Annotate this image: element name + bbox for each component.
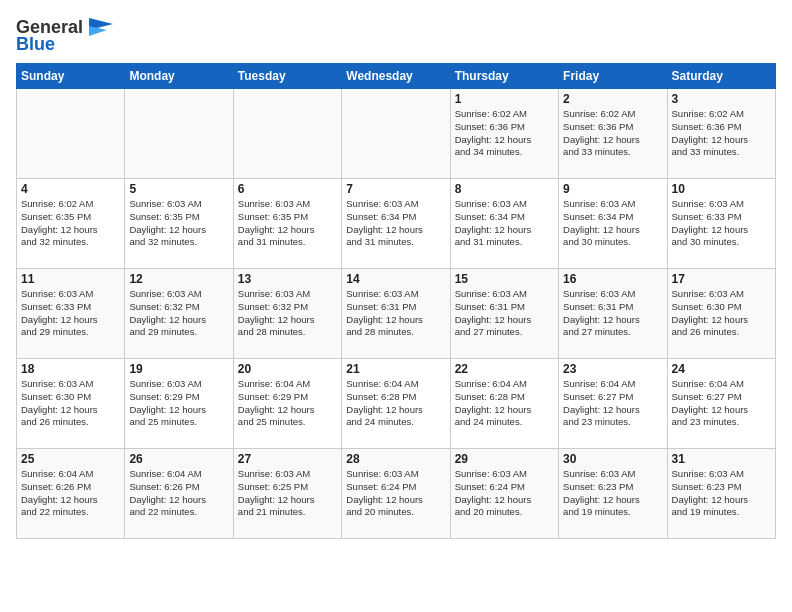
day-number: 18 [21,362,120,376]
day-number: 3 [672,92,771,106]
day-number: 19 [129,362,228,376]
header-monday: Monday [125,64,233,89]
cell-content: Sunrise: 6:03 AM Sunset: 6:25 PM Dayligh… [238,468,337,519]
calendar-cell: 20Sunrise: 6:04 AM Sunset: 6:29 PM Dayli… [233,359,341,449]
cell-content: Sunrise: 6:04 AM Sunset: 6:26 PM Dayligh… [21,468,120,519]
day-number: 29 [455,452,554,466]
cell-content: Sunrise: 6:04 AM Sunset: 6:28 PM Dayligh… [346,378,445,429]
cell-content: Sunrise: 6:03 AM Sunset: 6:35 PM Dayligh… [129,198,228,249]
header-wednesday: Wednesday [342,64,450,89]
cell-content: Sunrise: 6:02 AM Sunset: 6:36 PM Dayligh… [455,108,554,159]
logo-blue-text: Blue [16,34,55,55]
header-thursday: Thursday [450,64,558,89]
day-number: 20 [238,362,337,376]
calendar-cell [17,89,125,179]
calendar-cell: 16Sunrise: 6:03 AM Sunset: 6:31 PM Dayli… [559,269,667,359]
calendar-cell: 3Sunrise: 6:02 AM Sunset: 6:36 PM Daylig… [667,89,775,179]
cell-content: Sunrise: 6:03 AM Sunset: 6:23 PM Dayligh… [563,468,662,519]
calendar-cell: 17Sunrise: 6:03 AM Sunset: 6:30 PM Dayli… [667,269,775,359]
day-number: 15 [455,272,554,286]
cell-content: Sunrise: 6:03 AM Sunset: 6:32 PM Dayligh… [129,288,228,339]
cell-content: Sunrise: 6:03 AM Sunset: 6:33 PM Dayligh… [672,198,771,249]
week-row-4: 25Sunrise: 6:04 AM Sunset: 6:26 PM Dayli… [17,449,776,539]
day-number: 12 [129,272,228,286]
calendar-cell: 30Sunrise: 6:03 AM Sunset: 6:23 PM Dayli… [559,449,667,539]
calendar-cell: 25Sunrise: 6:04 AM Sunset: 6:26 PM Dayli… [17,449,125,539]
header-tuesday: Tuesday [233,64,341,89]
cell-content: Sunrise: 6:03 AM Sunset: 6:33 PM Dayligh… [21,288,120,339]
calendar-cell: 8Sunrise: 6:03 AM Sunset: 6:34 PM Daylig… [450,179,558,269]
day-number: 4 [21,182,120,196]
cell-content: Sunrise: 6:03 AM Sunset: 6:32 PM Dayligh… [238,288,337,339]
cell-content: Sunrise: 6:04 AM Sunset: 6:29 PM Dayligh… [238,378,337,429]
week-row-2: 11Sunrise: 6:03 AM Sunset: 6:33 PM Dayli… [17,269,776,359]
day-number: 9 [563,182,662,196]
cell-content: Sunrise: 6:03 AM Sunset: 6:23 PM Dayligh… [672,468,771,519]
cell-content: Sunrise: 6:03 AM Sunset: 6:31 PM Dayligh… [455,288,554,339]
cell-content: Sunrise: 6:02 AM Sunset: 6:36 PM Dayligh… [672,108,771,159]
day-number: 8 [455,182,554,196]
day-number: 5 [129,182,228,196]
day-number: 13 [238,272,337,286]
cell-content: Sunrise: 6:03 AM Sunset: 6:30 PM Dayligh… [672,288,771,339]
day-number: 14 [346,272,445,286]
calendar-cell [125,89,233,179]
calendar-cell: 28Sunrise: 6:03 AM Sunset: 6:24 PM Dayli… [342,449,450,539]
calendar-cell: 22Sunrise: 6:04 AM Sunset: 6:28 PM Dayli… [450,359,558,449]
header-sunday: Sunday [17,64,125,89]
cell-content: Sunrise: 6:04 AM Sunset: 6:27 PM Dayligh… [672,378,771,429]
logo: General Blue [16,16,113,55]
cell-content: Sunrise: 6:03 AM Sunset: 6:24 PM Dayligh… [455,468,554,519]
day-number: 10 [672,182,771,196]
calendar-cell: 7Sunrise: 6:03 AM Sunset: 6:34 PM Daylig… [342,179,450,269]
cell-content: Sunrise: 6:04 AM Sunset: 6:28 PM Dayligh… [455,378,554,429]
calendar-cell: 21Sunrise: 6:04 AM Sunset: 6:28 PM Dayli… [342,359,450,449]
day-number: 25 [21,452,120,466]
calendar-cell: 26Sunrise: 6:04 AM Sunset: 6:26 PM Dayli… [125,449,233,539]
calendar-cell: 2Sunrise: 6:02 AM Sunset: 6:36 PM Daylig… [559,89,667,179]
calendar-cell: 18Sunrise: 6:03 AM Sunset: 6:30 PM Dayli… [17,359,125,449]
day-number: 6 [238,182,337,196]
header-saturday: Saturday [667,64,775,89]
calendar-cell [342,89,450,179]
day-number: 22 [455,362,554,376]
day-number: 24 [672,362,771,376]
cell-content: Sunrise: 6:02 AM Sunset: 6:35 PM Dayligh… [21,198,120,249]
calendar-cell [233,89,341,179]
day-number: 2 [563,92,662,106]
cell-content: Sunrise: 6:03 AM Sunset: 6:24 PM Dayligh… [346,468,445,519]
cell-content: Sunrise: 6:03 AM Sunset: 6:34 PM Dayligh… [346,198,445,249]
week-row-3: 18Sunrise: 6:03 AM Sunset: 6:30 PM Dayli… [17,359,776,449]
day-number: 7 [346,182,445,196]
day-number: 31 [672,452,771,466]
day-number: 16 [563,272,662,286]
calendar-cell: 27Sunrise: 6:03 AM Sunset: 6:25 PM Dayli… [233,449,341,539]
cell-content: Sunrise: 6:03 AM Sunset: 6:31 PM Dayligh… [346,288,445,339]
cell-content: Sunrise: 6:04 AM Sunset: 6:26 PM Dayligh… [129,468,228,519]
calendar-cell: 9Sunrise: 6:03 AM Sunset: 6:34 PM Daylig… [559,179,667,269]
cell-content: Sunrise: 6:03 AM Sunset: 6:35 PM Dayligh… [238,198,337,249]
week-row-1: 4Sunrise: 6:02 AM Sunset: 6:35 PM Daylig… [17,179,776,269]
calendar-cell: 31Sunrise: 6:03 AM Sunset: 6:23 PM Dayli… [667,449,775,539]
cell-content: Sunrise: 6:03 AM Sunset: 6:29 PM Dayligh… [129,378,228,429]
calendar-cell: 1Sunrise: 6:02 AM Sunset: 6:36 PM Daylig… [450,89,558,179]
calendar-cell: 15Sunrise: 6:03 AM Sunset: 6:31 PM Dayli… [450,269,558,359]
day-number: 23 [563,362,662,376]
header-row: SundayMondayTuesdayWednesdayThursdayFrid… [17,64,776,89]
logo-flag-icon [85,16,113,38]
calendar-cell: 23Sunrise: 6:04 AM Sunset: 6:27 PM Dayli… [559,359,667,449]
cell-content: Sunrise: 6:03 AM Sunset: 6:34 PM Dayligh… [455,198,554,249]
calendar-cell: 11Sunrise: 6:03 AM Sunset: 6:33 PM Dayli… [17,269,125,359]
calendar-cell: 4Sunrise: 6:02 AM Sunset: 6:35 PM Daylig… [17,179,125,269]
header-friday: Friday [559,64,667,89]
cell-content: Sunrise: 6:03 AM Sunset: 6:31 PM Dayligh… [563,288,662,339]
day-number: 21 [346,362,445,376]
cell-content: Sunrise: 6:04 AM Sunset: 6:27 PM Dayligh… [563,378,662,429]
calendar-cell: 29Sunrise: 6:03 AM Sunset: 6:24 PM Dayli… [450,449,558,539]
calendar-cell: 12Sunrise: 6:03 AM Sunset: 6:32 PM Dayli… [125,269,233,359]
day-number: 1 [455,92,554,106]
calendar-cell: 24Sunrise: 6:04 AM Sunset: 6:27 PM Dayli… [667,359,775,449]
cell-content: Sunrise: 6:02 AM Sunset: 6:36 PM Dayligh… [563,108,662,159]
day-number: 17 [672,272,771,286]
week-row-0: 1Sunrise: 6:02 AM Sunset: 6:36 PM Daylig… [17,89,776,179]
